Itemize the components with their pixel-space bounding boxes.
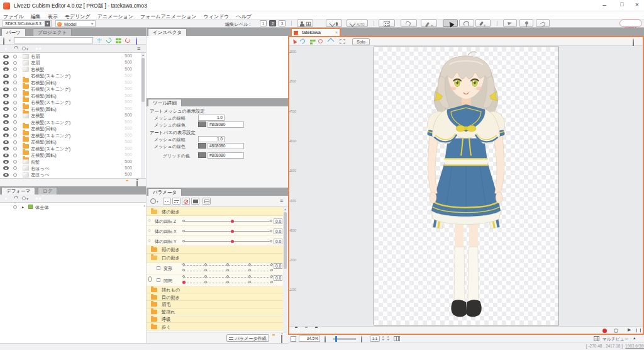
grid-color-input[interactable]: #808080 <box>208 152 244 159</box>
grid-point[interactable] <box>270 281 273 283</box>
zoom-slider[interactable] <box>333 338 356 340</box>
edit-target-circle[interactable] <box>13 154 17 157</box>
expand-arrow-icon[interactable]: ▸ <box>22 205 24 209</box>
close-button[interactable]: × <box>630 1 644 10</box>
keyform-1-button[interactable] <box>163 198 171 205</box>
visibility-eye-icon[interactable] <box>3 94 9 98</box>
folder-icon[interactable] <box>151 295 157 300</box>
grid-point[interactable] <box>248 269 251 271</box>
visibility-eye-icon[interactable] <box>3 101 9 104</box>
parameter-group-4[interactable]: 顔の動き <box>147 246 283 254</box>
part-row[interactable]: 左横髪(スキニング)500 <box>0 132 141 138</box>
lasso-select-tool-button[interactable] <box>459 20 474 27</box>
mesh-line-color-swatch[interactable] <box>198 121 206 127</box>
tab-project[interactable]: プロジェクト <box>33 28 72 36</box>
pin-tool-button[interactable] <box>519 20 533 27</box>
parameter-group-9[interactable]: 目の動き <box>147 293 283 301</box>
tab-parameter[interactable]: パラメータ <box>148 188 182 196</box>
slider-value-dot[interactable] <box>231 240 234 243</box>
parameter-value[interactable]: 0.0 <box>274 263 282 269</box>
tab-tatekawa[interactable]: tatekawa × <box>291 28 341 36</box>
slider-value-dot[interactable] <box>231 230 234 233</box>
nizima-button[interactable]: nizima <box>619 20 642 27</box>
link-params-icon[interactable] <box>148 276 152 282</box>
tab-inspector[interactable]: インスペクタ <box>148 28 187 36</box>
parameter-group-13[interactable]: 歩く <box>147 323 283 330</box>
edit-target-circle[interactable] <box>13 88 17 91</box>
play-button[interactable]: ▶ <box>628 327 631 332</box>
grid-color-swatch[interactable] <box>198 152 206 158</box>
edit-target-circle[interactable] <box>13 81 17 84</box>
edit-target-circle[interactable] <box>13 147 17 150</box>
pen-mesh-button[interactable]: + <box>421 20 437 27</box>
part-row[interactable]: 右横髪(回転)500 <box>0 106 141 112</box>
slider-end-handle[interactable] <box>182 230 185 232</box>
zoom-slider-thumb[interactable] <box>335 336 337 342</box>
grid-point[interactable] <box>182 269 185 271</box>
parameter-group-10[interactable]: 眉毛 <box>147 301 283 308</box>
mesh-edit-auto-button[interactable]: AUTO <box>347 20 368 27</box>
mode-select[interactable]: Model ▾ <box>55 20 96 27</box>
edit-target-circle[interactable] <box>13 114 17 118</box>
part-row[interactable]: 前髪500 <box>0 159 141 165</box>
grid-point[interactable] <box>270 275 273 278</box>
chevron-down-icon[interactable]: ▾ <box>26 47 28 51</box>
part-row[interactable]: 左横髪(スキニング)500 <box>0 145 141 152</box>
record-button[interactable] <box>602 329 607 333</box>
part-row[interactable]: 右横髪(スキニング)500 <box>0 99 141 105</box>
folder-icon[interactable] <box>151 288 157 292</box>
grid-toggle-icon[interactable] <box>310 40 313 42</box>
edit-target-circle[interactable] <box>13 173 17 177</box>
panel-display-button[interactable] <box>203 198 211 205</box>
parameter-group-11[interactable]: 髪揺れ <box>147 308 283 316</box>
chevron-down-icon[interactable]: ▾ <box>9 38 11 42</box>
slider-end-handle[interactable] <box>270 230 272 232</box>
parameter-slider-row[interactable]: 0体の回転 X0.0 <box>147 226 283 236</box>
lasso-mesh-button[interactable] <box>401 20 417 27</box>
multiview-label[interactable]: マルチビュー <box>602 336 629 342</box>
visibility-eye-icon[interactable] <box>3 61 9 65</box>
keyform-2-button[interactable] <box>172 198 180 205</box>
part-row[interactable]: 左横髪(回転)500 <box>0 138 141 145</box>
edit-target-circle[interactable] <box>13 94 17 98</box>
edit-target-circle[interactable] <box>13 101 17 104</box>
chevron-down-icon[interactable]: ▾ <box>26 196 28 201</box>
edit-target-circle[interactable] <box>13 61 17 65</box>
parameter-grid-row[interactable]: 開閉0.0 <box>147 274 283 286</box>
combine-params-icon[interactable] <box>150 198 156 204</box>
visibility-eye-icon[interactable] <box>3 114 9 118</box>
edit-target-circle[interactable] <box>13 55 17 59</box>
link-select-icon[interactable] <box>97 38 102 43</box>
grid-filter-icon[interactable] <box>116 38 118 41</box>
folder-icon[interactable] <box>151 210 157 214</box>
scroll-up-icon[interactable]: ▴ <box>141 53 145 57</box>
arrow-tool-icon[interactable] <box>292 38 297 44</box>
visibility-eye-icon[interactable] <box>3 140 9 144</box>
grid-point[interactable] <box>248 275 251 278</box>
edit-target-circle[interactable] <box>13 133 17 137</box>
visibility-eye-icon[interactable] <box>3 107 9 111</box>
parameter-value[interactable]: 0.0 <box>274 229 282 234</box>
no-keyform-button[interactable] <box>182 198 190 205</box>
artboard[interactable] <box>374 47 559 325</box>
parts-search-input[interactable] <box>14 37 93 43</box>
part-row[interactable]: 左横髪(回転)500 <box>0 125 141 132</box>
mesh-edit-manual-button[interactable] <box>326 20 342 27</box>
parameter-scrollbar[interactable]: ▴ <box>283 207 287 332</box>
curve-tool-icon[interactable] <box>299 38 306 45</box>
folder-icon[interactable] <box>151 302 157 307</box>
grid-point[interactable] <box>226 275 229 278</box>
edit-level-1[interactable]: 1 <box>260 20 267 26</box>
part-row[interactable]: 右横髪(回転)500 <box>0 79 141 86</box>
grid-point[interactable] <box>204 263 207 266</box>
sdk-version-select[interactable]: SDK3.3/Cubism3.3 ▾ <box>3 20 52 27</box>
slider-end-handle[interactable] <box>270 220 272 222</box>
grid-value-dot[interactable] <box>182 281 186 284</box>
part-row[interactable]: 右横髪(回転)500 <box>0 93 141 99</box>
visibility-eye-icon[interactable] <box>3 166 9 170</box>
brush-select-tool-button[interactable] <box>475 20 491 27</box>
frame-counter[interactable]: 1983.6/3652 <box>625 344 644 348</box>
visibility-eye-icon[interactable] <box>3 67 9 71</box>
grid-point[interactable] <box>248 281 251 283</box>
slider-track[interactable] <box>184 221 272 222</box>
